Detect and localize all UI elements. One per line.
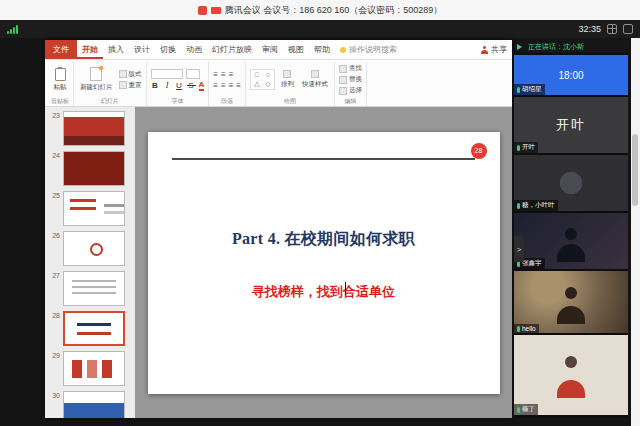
quick-styles-button[interactable]: 快速样式 — [300, 69, 330, 90]
participant-video-panel: 正在讲话：沈小斯 18:00 胡绍星 开叶 开叶 糖，小叶叶 张鑫宇 — [514, 40, 628, 418]
tab-view[interactable]: 视图 — [283, 40, 309, 59]
replace-button[interactable]: 替换 — [339, 75, 362, 84]
slide-thumb-27[interactable]: 27 — [47, 271, 131, 306]
mic-icon — [517, 326, 520, 332]
align-center-icon[interactable]: ≡ — [221, 81, 226, 90]
paste-button[interactable]: 粘贴 — [52, 67, 69, 93]
slide-subtitle[interactable]: 寻找榜样，找到合适单位 — [148, 283, 500, 301]
align-right-icon[interactable]: ≡ — [229, 81, 234, 90]
bold-button[interactable]: B — [151, 81, 160, 90]
participant-name-tag: hello — [514, 324, 539, 333]
share-button[interactable]: 共享 — [476, 40, 512, 59]
triangle-shape-icon: △ — [252, 80, 262, 88]
fullscreen-icon[interactable] — [623, 24, 633, 34]
reset-icon — [119, 81, 127, 89]
bullets-icon[interactable]: ≡ — [213, 70, 218, 79]
quick-styles-label: 快速样式 — [302, 80, 328, 89]
tencent-meeting-logo-icon — [198, 6, 207, 15]
group-label-clipboard: 剪贴板 — [51, 97, 69, 106]
avatar — [565, 228, 577, 240]
slide-thumbnail — [63, 391, 125, 418]
slide-number: 27 — [47, 271, 60, 279]
tab-help[interactable]: 帮助 — [309, 40, 335, 59]
tab-transitions[interactable]: 切换 — [155, 40, 181, 59]
slide-thumbnail — [63, 191, 125, 226]
tab-design[interactable]: 设计 — [129, 40, 155, 59]
slide-thumbnail — [63, 311, 125, 346]
group-label-drawing: 绘图 — [284, 97, 296, 106]
tab-review[interactable]: 审阅 — [257, 40, 283, 59]
scrollbar-thumb[interactable] — [632, 134, 638, 206]
slide-thumb-26[interactable]: 26 — [47, 231, 131, 266]
video-tile-6[interactable]: 薇丁 — [514, 335, 628, 415]
collapse-panel-button[interactable]: > — [514, 236, 524, 262]
group-label-font: 字体 — [171, 97, 183, 106]
find-button[interactable]: 查找 — [339, 64, 362, 73]
video-tile-3[interactable]: 糖，小叶叶 — [514, 155, 628, 211]
slide-thumb-23[interactable]: 23 — [47, 111, 131, 146]
select-label: 选择 — [349, 86, 362, 95]
meeting-title-bar: 腾讯会议 会议号：186 620 160（会议密码：500289） — [0, 0, 640, 21]
participant-name: 开叶 — [522, 143, 535, 152]
ppt-workspace: 23 24 25 26 27 28 — [45, 107, 512, 418]
page-scrollbar[interactable] — [631, 38, 640, 426]
participant-name-tag: 糖，小叶叶 — [514, 200, 558, 211]
slide-thumbnail — [63, 231, 125, 266]
slide-number-badge: 28 — [471, 143, 487, 159]
select-icon — [339, 87, 347, 95]
slide-thumb-29[interactable]: 29 — [47, 351, 131, 386]
align-left-icon[interactable]: ≡ — [213, 81, 218, 90]
quick-styles-icon — [311, 70, 319, 78]
layout-button[interactable]: 版式 — [119, 70, 142, 79]
italic-button[interactable]: I — [163, 81, 172, 90]
font-name-box[interactable] — [151, 69, 183, 79]
video-tile-5[interactable]: hello — [514, 271, 628, 333]
slide-thumb-28-selected[interactable]: 28 — [47, 311, 131, 346]
ribbon-group-editing: 查找 替换 选择 编辑 — [335, 62, 367, 106]
slide-thumbnail — [63, 271, 125, 306]
current-slide[interactable]: 28 Part 4. 在校期间如何求职 寻找榜样，找到合适单位 — [148, 132, 500, 394]
layout-grid-icon[interactable] — [607, 24, 617, 34]
layout-label: 版式 — [129, 70, 142, 79]
find-icon — [339, 65, 347, 73]
clipboard-icon — [55, 68, 66, 81]
tab-home[interactable]: 开始 — [77, 40, 103, 59]
video-tile-1[interactable]: 18:00 胡绍星 — [514, 55, 628, 95]
font-size-box[interactable] — [186, 69, 200, 79]
select-button[interactable]: 选择 — [339, 86, 362, 95]
reset-button[interactable]: 重置 — [119, 81, 142, 90]
slide-title[interactable]: Part 4. 在校期间如何求职 — [148, 229, 500, 250]
numbering-icon[interactable]: ≡ — [221, 70, 226, 79]
new-slide-button[interactable]: 新建幻灯片 — [78, 66, 115, 93]
diamond-shape-icon: ◇ — [263, 80, 273, 88]
slide-thumbnail — [63, 351, 125, 386]
justify-icon[interactable]: ≡ — [236, 81, 241, 90]
tab-insert[interactable]: 插入 — [103, 40, 129, 59]
slide-thumb-25[interactable]: 25 — [47, 191, 131, 226]
ribbon-group-clipboard: 粘贴 剪贴板 — [47, 62, 74, 106]
font-color-button[interactable]: A — [199, 81, 205, 91]
indent-icon[interactable]: ≡ — [229, 70, 234, 79]
meeting-duration: 32:35 — [578, 24, 601, 34]
video-tile-2[interactable]: 开叶 开叶 — [514, 97, 628, 153]
group-label-paragraph: 段落 — [221, 97, 233, 106]
avatar — [565, 356, 577, 368]
slide-thumb-30[interactable]: 30 — [47, 391, 131, 418]
tab-file[interactable]: 文件 — [45, 40, 77, 59]
slide-number: 30 — [47, 391, 60, 399]
ribbon: 粘贴 剪贴板 新建幻灯片 版式 重置 — [45, 60, 512, 107]
shapes-gallery[interactable]: □ ○ △ ◇ — [250, 69, 275, 90]
arrange-button[interactable]: 排列 — [279, 69, 296, 90]
tab-slideshow[interactable]: 幻灯片放映 — [207, 40, 257, 59]
tab-animations[interactable]: 动画 — [181, 40, 207, 59]
group-label-slides: 幻灯片 — [101, 97, 119, 106]
tell-me-search[interactable]: 操作说明搜索 — [335, 40, 402, 59]
slide-thumb-24[interactable]: 24 — [47, 151, 131, 186]
video-tile-4[interactable]: 张鑫宇 — [514, 213, 628, 269]
slide-number: 23 — [47, 111, 60, 119]
replace-icon — [339, 76, 347, 84]
slide-thumbnail — [63, 111, 125, 146]
shadow-button[interactable]: S — [187, 81, 196, 90]
underline-button[interactable]: U — [175, 81, 184, 90]
ellipse-shape-icon: ○ — [263, 71, 273, 79]
